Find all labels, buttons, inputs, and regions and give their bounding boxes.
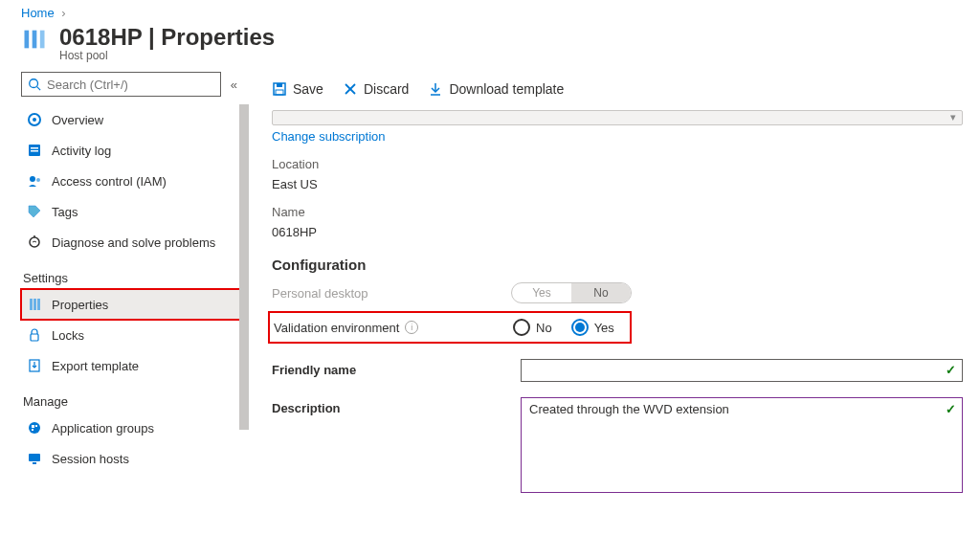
sidebar-scrollbar[interactable] xyxy=(239,104,249,430)
save-icon xyxy=(272,81,287,97)
properties-icon xyxy=(27,297,42,312)
svg-rect-18 xyxy=(37,299,40,310)
toggle-no: No xyxy=(571,283,631,302)
discard-icon xyxy=(343,81,358,97)
sidebar-item-properties[interactable]: Properties xyxy=(21,289,245,320)
sidebar-section-settings: Settings xyxy=(23,271,245,285)
svg-point-11 xyxy=(36,178,40,182)
svg-rect-25 xyxy=(32,429,33,431)
sidebar-item-overview[interactable]: Overview xyxy=(21,104,245,135)
discard-button[interactable]: Discard xyxy=(343,81,409,97)
export-template-icon xyxy=(27,358,42,373)
download-template-button[interactable]: Download template xyxy=(428,81,564,97)
breadcrumb-home[interactable]: Home xyxy=(21,6,55,20)
main-content: Save Discard Download template ▾ Change … xyxy=(245,72,980,531)
host-pool-icon xyxy=(21,24,48,55)
session-hosts-icon xyxy=(27,451,42,466)
sidebar: « Overview Activity log Access control (… xyxy=(0,72,245,531)
location-value: East US xyxy=(272,177,963,191)
check-icon: ✓ xyxy=(946,363,956,377)
sidebar-section-manage: Manage xyxy=(23,394,245,409)
svg-rect-29 xyxy=(277,83,282,87)
svg-rect-24 xyxy=(35,425,37,427)
chevron-down-icon: ▾ xyxy=(950,111,956,123)
svg-rect-16 xyxy=(30,299,33,310)
svg-marker-12 xyxy=(29,206,40,217)
overview-icon xyxy=(27,112,42,127)
tags-icon xyxy=(27,204,42,219)
description-row: Description Created through the WVD exte… xyxy=(272,397,963,493)
svg-rect-9 xyxy=(31,150,38,152)
chevron-right-icon: › xyxy=(61,6,65,20)
personal-desktop-row: Personal desktop Yes No xyxy=(272,282,963,303)
iam-icon xyxy=(27,173,42,189)
svg-rect-2 xyxy=(40,31,45,49)
svg-point-3 xyxy=(30,79,38,88)
validation-environment-row: Validation environment i No Yes xyxy=(268,311,632,344)
svg-rect-1 xyxy=(33,31,37,49)
svg-rect-17 xyxy=(33,299,36,310)
save-button[interactable]: Save xyxy=(272,81,323,97)
friendly-name-input[interactable]: ✓ xyxy=(521,359,963,382)
toggle-yes: Yes xyxy=(512,283,571,302)
sidebar-item-application-groups[interactable]: Application groups xyxy=(21,413,245,443)
sidebar-item-session-hosts[interactable]: Session hosts xyxy=(21,443,245,474)
collapse-sidebar-button[interactable]: « xyxy=(227,78,241,92)
info-icon[interactable]: i xyxy=(405,321,418,334)
activity-log-icon xyxy=(27,143,42,158)
sidebar-item-locks[interactable]: Locks xyxy=(21,320,245,350)
configuration-heading: Configuration xyxy=(272,257,963,273)
page-subtitle: Host pool xyxy=(59,49,275,62)
sidebar-item-diagnose[interactable]: Diagnose and solve problems xyxy=(21,227,245,257)
svg-rect-26 xyxy=(29,454,40,461)
svg-point-6 xyxy=(33,118,36,122)
svg-rect-19 xyxy=(31,334,38,341)
download-icon xyxy=(428,81,443,97)
personal-desktop-label: Personal desktop xyxy=(272,286,511,301)
page-header: 0618HP | Properties Host pool xyxy=(0,20,980,72)
lock-icon xyxy=(27,327,42,343)
name-field: Name 0618HP xyxy=(272,205,963,239)
breadcrumb: Home › xyxy=(0,0,980,20)
svg-rect-0 xyxy=(25,31,30,49)
radio-no[interactable]: No xyxy=(513,319,552,336)
svg-point-14 xyxy=(30,237,39,247)
svg-line-4 xyxy=(37,87,41,91)
search-icon xyxy=(28,78,41,91)
friendly-name-label: Friendly name xyxy=(272,359,521,377)
radio-yes[interactable]: Yes xyxy=(571,319,614,336)
personal-desktop-toggle: Yes No xyxy=(511,282,632,303)
location-label: Location xyxy=(272,157,963,171)
svg-rect-23 xyxy=(32,425,34,428)
name-value: 0618HP xyxy=(272,225,963,239)
svg-rect-8 xyxy=(31,147,38,149)
sidebar-item-iam[interactable]: Access control (IAM) xyxy=(21,166,245,196)
validation-environment-label: Validation environment i xyxy=(270,321,513,335)
name-label: Name xyxy=(272,205,963,219)
friendly-name-row: Friendly name ✓ xyxy=(272,359,963,382)
sidebar-item-export-template[interactable]: Export template xyxy=(21,350,245,381)
check-icon: ✓ xyxy=(946,402,956,416)
description-input[interactable]: Created through the WVD extension ✓ xyxy=(521,397,963,493)
application-groups-icon xyxy=(27,420,42,436)
svg-rect-27 xyxy=(33,462,36,464)
sidebar-item-tags[interactable]: Tags xyxy=(21,196,245,227)
svg-point-10 xyxy=(30,176,35,182)
location-field: Location East US xyxy=(272,157,963,191)
search-input[interactable] xyxy=(47,78,214,92)
diagnose-icon xyxy=(27,234,42,250)
description-label: Description xyxy=(272,397,521,415)
page-title: 0618HP | Properties xyxy=(59,24,275,51)
command-bar: Save Discard Download template xyxy=(272,72,963,106)
subscription-dropdown[interactable]: ▾ xyxy=(272,110,963,125)
search-box[interactable] xyxy=(21,72,221,97)
change-subscription-link[interactable]: Change subscription xyxy=(272,129,963,144)
sidebar-item-activity-log[interactable]: Activity log xyxy=(21,135,245,166)
